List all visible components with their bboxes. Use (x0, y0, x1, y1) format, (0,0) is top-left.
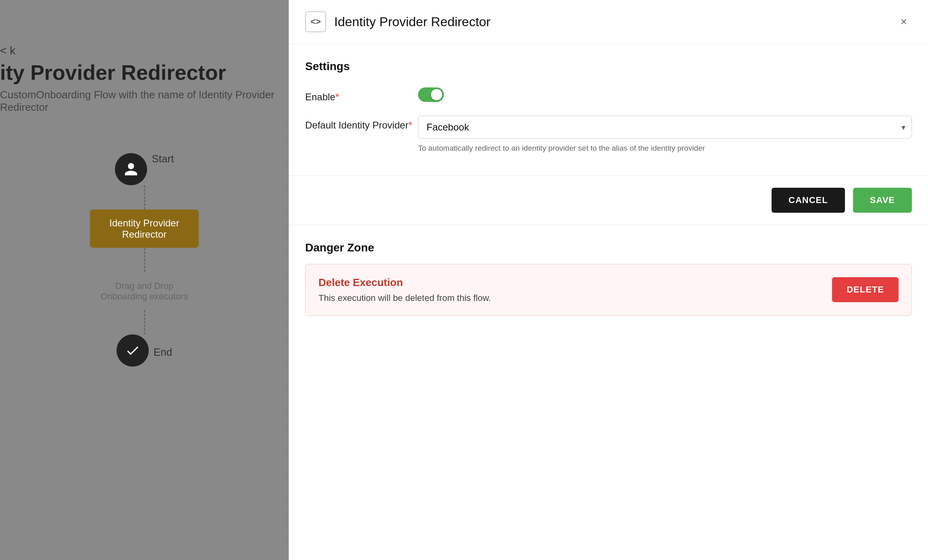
provider-select-wrapper: Facebook Google GitHub Microsoft (418, 116, 912, 139)
settings-panel: <> Identity Provider Redirector × Settin… (289, 0, 928, 560)
enable-row: Enable* (305, 87, 912, 103)
start-label: Start (152, 153, 174, 165)
flow-diagram: Start Identity Provider Redirector Drag … (0, 129, 289, 560)
executor-node[interactable]: Identity Provider Redirector (90, 209, 199, 248)
provider-help-text: To automatically redirect to an identity… (418, 143, 912, 154)
cancel-button[interactable]: CANCEL (772, 188, 845, 213)
provider-control: Facebook Google GitHub Microsoft To auto… (418, 116, 912, 154)
provider-select[interactable]: Facebook Google GitHub Microsoft (418, 116, 912, 139)
executor-label: Identity Provider Redirector (90, 218, 199, 240)
placeholder-label: Drag and Drop Onboarding executors (95, 281, 194, 302)
panel-icon: <> (305, 11, 326, 32)
settings-title: Settings (305, 60, 912, 73)
close-icon: × (901, 15, 907, 28)
page-title: ity Provider Redirector (0, 60, 226, 85)
toggle-wrapper (418, 87, 912, 102)
placeholder-node[interactable]: Drag and Drop Onboarding executors (90, 272, 199, 310)
enable-control (418, 87, 912, 102)
close-button[interactable]: × (896, 14, 912, 30)
enable-toggle[interactable] (418, 87, 444, 102)
end-row: End (117, 334, 172, 367)
connector-1 (144, 185, 145, 209)
start-node (115, 153, 147, 185)
panel-header: <> Identity Provider Redirector × (289, 0, 928, 44)
check-icon (125, 343, 140, 358)
code-icon: <> (310, 17, 321, 27)
provider-label: Default Identity Provider* (305, 116, 418, 131)
save-button[interactable]: SAVE (853, 188, 912, 213)
flow-canvas-panel: < k ity Provider Redirector CustomOnboar… (0, 0, 289, 560)
delete-execution-title: Delete Execution (318, 276, 491, 289)
danger-card-content: Delete Execution This execution will be … (318, 276, 491, 303)
enable-label: Enable* (305, 87, 418, 103)
panel-title: Identity Provider Redirector (334, 15, 896, 29)
canvas-content: < k ity Provider Redirector CustomOnboar… (0, 0, 289, 560)
delete-execution-desc: This execution will be deleted from this… (318, 293, 491, 303)
danger-card: Delete Execution This execution will be … (305, 264, 912, 316)
danger-zone-title: Danger Zone (305, 241, 912, 254)
danger-zone-section: Danger Zone Delete Execution This execut… (289, 225, 928, 332)
start-row: Start (115, 129, 174, 185)
action-buttons: CANCEL SAVE (289, 176, 928, 225)
settings-section: Settings Enable* Default Identity Provid… (289, 44, 928, 176)
delete-button[interactable]: DELETE (832, 277, 899, 302)
page-subtitle: CustomOnboarding Flow with the name of I… (0, 89, 289, 114)
end-node (117, 334, 149, 367)
provider-row: Default Identity Provider* Facebook Goog… (305, 116, 912, 154)
end-label: End (154, 346, 172, 359)
connector-2 (144, 248, 145, 272)
back-link[interactable]: < k (0, 44, 15, 57)
user-icon (123, 162, 139, 177)
connector-3 (144, 310, 145, 334)
